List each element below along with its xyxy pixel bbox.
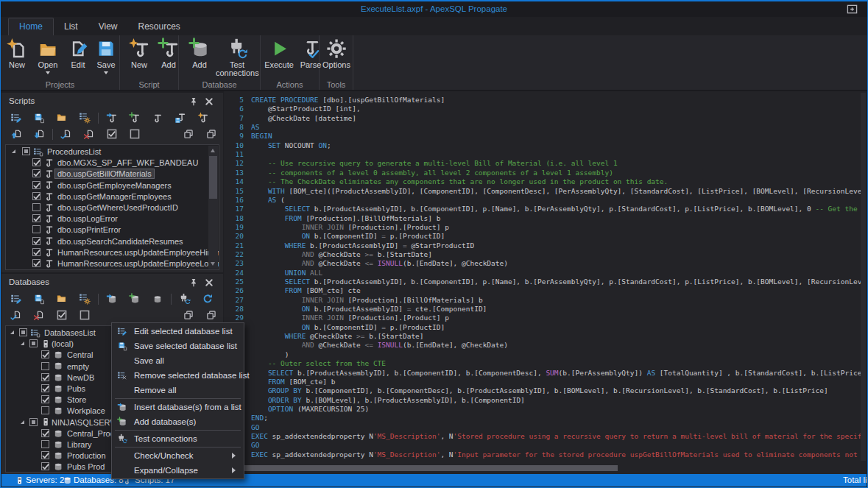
pin-icon[interactable] xyxy=(189,277,200,287)
ribbon-test-connections-button[interactable]: Test connections xyxy=(216,38,258,77)
tree-checkbox[interactable] xyxy=(41,406,49,414)
tree-checkbox[interactable] xyxy=(32,259,40,267)
databases-refresh-button[interactable] xyxy=(202,293,214,305)
databases-test-connections-small-button[interactable] xyxy=(179,293,191,305)
script-item-row[interactable]: HumanResources.uspUpdateEmployeeHireInfo xyxy=(6,247,219,259)
ribbon-execute-button[interactable]: Execute xyxy=(262,38,296,69)
scripts-uncheck-items-button[interactable] xyxy=(83,128,95,140)
ribbon-save-button[interactable]: Save xyxy=(92,38,120,74)
tree-checkbox[interactable] xyxy=(41,384,49,392)
databases-checkbox-unchecked-button[interactable] xyxy=(79,309,91,321)
tree-checkbox[interactable] xyxy=(41,395,49,403)
menu-item-check-uncheck[interactable]: Check/Uncheck xyxy=(112,448,244,463)
databases-checkbox-checked-button[interactable] xyxy=(56,309,68,321)
scripts-tree[interactable]: ProceduresList dbo.MGXS_SP_AFF_WKF_BANDE… xyxy=(5,144,219,270)
tree-checkbox[interactable] xyxy=(19,328,27,336)
ribbon-open-button[interactable]: Open xyxy=(33,38,63,74)
menu-item-edit-selected-database-list[interactable]: Edit selected database list xyxy=(112,324,244,339)
tree-checkbox[interactable] xyxy=(32,192,40,200)
script-item-row[interactable]: dbo.uspLogError xyxy=(6,213,219,225)
tree-checkbox[interactable] xyxy=(41,362,49,370)
ribbon-edit-button[interactable]: Edit xyxy=(64,38,92,69)
scripts-save-list-button[interactable] xyxy=(33,112,45,124)
tab-list[interactable]: List xyxy=(54,18,88,36)
editor-vertical-scrollbar[interactable] xyxy=(861,93,866,461)
dropdown-arrow-icon[interactable] xyxy=(46,71,50,74)
scripts-edit-list-button[interactable] xyxy=(10,112,22,124)
tree-checkbox[interactable] xyxy=(41,451,49,459)
scripts-remove-script-button[interactable] xyxy=(152,112,163,124)
scroll-down-icon[interactable] xyxy=(211,262,215,266)
scripts-save-script-button[interactable] xyxy=(174,112,186,124)
sql-editor[interactable]: 5CREATE PROCEDURE [dbo].[uspGetBillOfMat… xyxy=(224,91,867,474)
tree-checkbox[interactable] xyxy=(22,147,30,155)
close-icon[interactable] xyxy=(205,277,215,287)
tree-checkbox[interactable] xyxy=(32,203,40,211)
tab-view[interactable]: View xyxy=(88,18,128,36)
tree-checkbox[interactable] xyxy=(41,429,49,437)
databases-insert-database-button[interactable] xyxy=(106,293,118,305)
tree-checkbox[interactable] xyxy=(29,339,38,347)
menu-item-add-database-s[interactable]: Add database(s) xyxy=(112,414,244,429)
tree-checkbox[interactable] xyxy=(32,169,40,177)
tab-resources[interactable]: Resources xyxy=(128,18,191,36)
tree-checkbox[interactable] xyxy=(32,214,40,222)
ribbon-new-button[interactable]: New xyxy=(124,38,154,69)
script-item-row[interactable]: dbo.MGXS_SP_AFF_WKF_BANDEAU xyxy=(6,158,219,169)
scripts-check-items-button[interactable] xyxy=(60,128,72,140)
dropdown-arrow-icon[interactable] xyxy=(104,71,108,74)
scripts-checkbox-checked-button[interactable] xyxy=(106,128,118,140)
tree-root-row[interactable]: ProceduresList xyxy=(6,146,219,158)
tree-checkbox[interactable] xyxy=(41,440,49,448)
menu-item-insert-database-s-from-a-list[interactable]: Insert database(s) from a list xyxy=(112,400,244,414)
scripts-tree-scrollbar[interactable] xyxy=(208,146,218,269)
scroll-up-icon[interactable] xyxy=(211,149,215,152)
scripts-insert-script-button[interactable] xyxy=(106,112,118,124)
scripts-script-properties-button[interactable] xyxy=(197,112,209,124)
script-item-row[interactable]: dbo.uspGetBillOfMaterials xyxy=(6,169,219,180)
ribbon-new-button[interactable]: New xyxy=(2,38,32,69)
tree-checkbox[interactable] xyxy=(32,181,40,189)
databases-remove-database-button[interactable] xyxy=(152,293,163,305)
editor-horizontal-scrollbar[interactable] xyxy=(226,465,618,471)
scripts-copy-button[interactable] xyxy=(183,128,194,140)
databases-uncheck-items-button[interactable] xyxy=(33,309,45,321)
databases-edit-list-button[interactable] xyxy=(10,293,22,305)
menu-item-remove-all[interactable]: Remove all xyxy=(112,383,244,397)
tree-checkbox[interactable] xyxy=(32,225,40,233)
tree-checkbox[interactable] xyxy=(32,158,40,166)
menu-item-save-all[interactable]: Save all xyxy=(112,353,244,368)
ribbon-options-button[interactable]: Options xyxy=(320,38,353,69)
tab-home[interactable]: Home xyxy=(8,18,54,35)
close-icon[interactable] xyxy=(205,96,215,106)
tree-checkbox[interactable] xyxy=(32,248,40,256)
script-item-row[interactable]: HumanResources.uspUpdateEmployeeLogin xyxy=(6,258,219,270)
databases-open-list-button[interactable] xyxy=(56,293,68,305)
scripts-manage-lists-button[interactable] xyxy=(79,112,91,124)
script-item-row[interactable]: dbo.uspGetEmployeeManagers xyxy=(6,180,219,192)
script-item-row[interactable]: dbo.uspGetWhereUsedProductID xyxy=(6,202,219,214)
menu-item-expand-collapse[interactable]: Expand/Collapse xyxy=(112,463,244,478)
menu-item-save-selected-database-list[interactable]: Save selected database list xyxy=(112,339,244,353)
scripts-move-down-button[interactable] xyxy=(33,128,45,140)
script-item-row[interactable]: dbo.uspGetManagerEmployees xyxy=(6,191,219,203)
expander-icon[interactable] xyxy=(9,329,15,336)
databases-check-items-button[interactable] xyxy=(10,309,22,321)
tree-checkbox[interactable] xyxy=(41,462,49,470)
pin-icon[interactable] xyxy=(189,96,200,106)
databases-manage-lists-button[interactable] xyxy=(79,293,91,305)
scripts-copy-button[interactable] xyxy=(205,128,217,140)
script-item-row[interactable]: dbo.uspSearchCandidateResumes xyxy=(6,236,219,248)
expander-icon[interactable] xyxy=(19,340,26,347)
databases-save-list-button[interactable] xyxy=(33,293,45,305)
expander-icon[interactable] xyxy=(19,419,26,425)
tree-checkbox[interactable] xyxy=(41,373,49,381)
scrollbar-thumb[interactable] xyxy=(209,156,217,199)
tree-checkbox[interactable] xyxy=(29,418,38,426)
scripts-add-script-button[interactable] xyxy=(129,112,141,124)
expander-icon[interactable] xyxy=(10,148,17,155)
window-expand-icon[interactable] xyxy=(847,4,858,15)
scripts-open-list-button[interactable] xyxy=(56,112,68,124)
databases-add-database-button[interactable] xyxy=(129,293,141,305)
scripts-move-up-button[interactable] xyxy=(10,128,22,140)
